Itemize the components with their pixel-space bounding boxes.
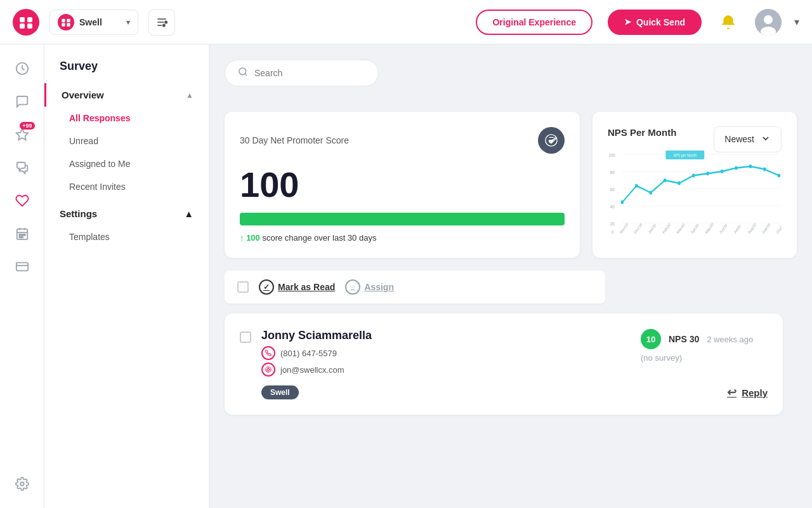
- nps-card-header: 30 Day Net Promoter Score ⇄: [240, 127, 565, 154]
- sort-dropdown[interactable]: Newest: [714, 126, 782, 152]
- svg-point-54: [721, 170, 724, 173]
- respondent-name: Jonny Sciammarella: [261, 329, 631, 342]
- phone-icon: [261, 346, 275, 360]
- sidebar-item-unread[interactable]: Unread: [44, 130, 209, 152]
- quick-send-button[interactable]: ➤ Quick Send: [608, 10, 702, 35]
- mark-as-read-button[interactable]: ✓ Mark as Read: [259, 279, 335, 295]
- action-bar: ✓ Mark as Read ○ Assign: [225, 271, 605, 304]
- svg-text:Jan/20: Jan/20: [648, 223, 657, 235]
- sidebar-overview-header[interactable]: Overview ▲: [44, 83, 209, 107]
- svg-rect-22: [19, 234, 20, 236]
- icon-sidebar: +99: [0, 44, 44, 508]
- filter-button[interactable]: [148, 9, 175, 36]
- svg-rect-7: [67, 23, 70, 26]
- svg-point-50: [664, 178, 667, 182]
- response-card: Jonny Sciammarella (801) 647-5579: [225, 314, 783, 415]
- nps-meta-section: 10 NPS 30 2 weeks ago (no survey): [641, 329, 768, 363]
- left-sidebar: Survey Overview ▲ All Responses Unread A…: [44, 44, 209, 508]
- svg-text:100: 100: [609, 152, 615, 158]
- svg-point-12: [163, 24, 165, 26]
- avatar-chevron-icon[interactable]: ▾: [794, 16, 799, 28]
- svg-point-14: [764, 15, 773, 24]
- svg-rect-25: [19, 237, 20, 238]
- svg-text:Jun/20: Jun/20: [719, 223, 728, 235]
- svg-text:Mar/20: Mar/20: [676, 222, 686, 234]
- nps-score-badge: 10: [641, 329, 661, 349]
- sidebar-item-settings[interactable]: [8, 470, 36, 498]
- star-badge: +99: [20, 122, 34, 130]
- no-survey-text: (no survey): [641, 353, 768, 363]
- svg-text:Sep/20: Sep/20: [762, 222, 771, 234]
- svg-rect-6: [62, 23, 65, 26]
- response-info: Jonny Sciammarella (801) 647-5579: [261, 329, 631, 399]
- org-chevron-icon: ▾: [126, 18, 130, 27]
- email-row: jon@swellcx.com: [261, 363, 631, 377]
- email-icon: [261, 363, 275, 377]
- settings-chevron-icon: ▲: [184, 208, 193, 219]
- sort-label: Newest: [724, 134, 754, 144]
- original-experience-button[interactable]: Original Experience: [476, 10, 593, 35]
- content-wrapper: Newest 30 Day Net Promoter Score: [225, 60, 797, 415]
- select-all-checkbox[interactable]: [237, 281, 249, 293]
- reply-icon: ↩: [727, 385, 737, 399]
- svg-text:Aug/20: Aug/20: [747, 222, 757, 234]
- sidebar-item-recent-invites[interactable]: Recent Invites: [44, 175, 209, 198]
- response-time: 2 weeks ago: [707, 335, 753, 344]
- svg-rect-5: [67, 18, 70, 22]
- main-layout: +99: [0, 44, 812, 508]
- svg-point-29: [20, 482, 24, 486]
- svg-rect-26: [22, 237, 23, 238]
- svg-rect-3: [27, 23, 32, 29]
- search-input[interactable]: [254, 68, 365, 78]
- sidebar-item-assigned-to-me[interactable]: Assigned to Me: [44, 152, 209, 175]
- chart-title: NPS Per Month: [608, 127, 676, 138]
- user-avatar-button[interactable]: [755, 9, 782, 36]
- svg-point-48: [635, 184, 638, 188]
- quick-send-icon: ➤: [624, 17, 631, 27]
- svg-text:60: 60: [610, 187, 615, 192]
- brand-logo: [13, 9, 39, 36]
- email-address: jon@swellcx.com: [280, 365, 344, 375]
- svg-rect-0: [20, 17, 25, 22]
- sidebar-item-heart[interactable]: [8, 187, 36, 215]
- phone-row: (801) 647-5579: [261, 346, 631, 360]
- sidebar-item-chat-multi[interactable]: [8, 154, 36, 182]
- svg-point-57: [763, 168, 766, 171]
- sidebar-item-dollar[interactable]: [8, 253, 36, 281]
- org-selector[interactable]: Swell ▾: [49, 10, 138, 35]
- nps-card-title: 30 Day Net Promoter Score: [240, 135, 349, 145]
- notification-bell-icon[interactable]: [717, 11, 740, 34]
- sidebar-item-messages[interactable]: [8, 88, 36, 116]
- response-checkbox[interactable]: [240, 331, 251, 343]
- svg-rect-27: [16, 263, 27, 271]
- svg-text:Jul/20: Jul/20: [733, 224, 742, 234]
- svg-rect-2: [20, 23, 25, 29]
- svg-text:Dec/19: Dec/19: [633, 222, 643, 234]
- sidebar-item-templates[interactable]: Templates: [44, 225, 209, 248]
- assign-button[interactable]: ○ Assign: [345, 279, 394, 295]
- sidebar-item-calendar[interactable]: [8, 220, 36, 248]
- top-nav: Swell ▾ Original Experience ➤ Quick Send…: [0, 0, 812, 44]
- svg-text:NPS per Month: NPS per Month: [674, 152, 697, 157]
- search-icon: [238, 67, 248, 79]
- svg-text:May/20: May/20: [705, 222, 714, 235]
- reply-button[interactable]: ↩ Reply: [727, 385, 768, 399]
- svg-text:Nov/19: Nov/19: [619, 222, 629, 234]
- sidebar-item-star[interactable]: +99: [8, 121, 36, 149]
- svg-text:80: 80: [610, 170, 615, 175]
- sidebar-settings-header[interactable]: Settings ▲: [44, 198, 209, 225]
- assign-circle-icon: ○: [345, 279, 360, 295]
- svg-point-55: [735, 166, 738, 170]
- nps-score-card: 30 Day Net Promoter Score ⇄ 100 ↑: [225, 112, 580, 258]
- svg-rect-4: [62, 18, 65, 22]
- svg-line-31: [245, 74, 247, 76]
- sidebar-item-all-responses[interactable]: All Responses: [44, 107, 209, 130]
- svg-rect-23: [22, 234, 23, 236]
- svg-point-52: [692, 173, 695, 177]
- checkmark-icon: ✓: [259, 279, 274, 295]
- cards-row: 30 Day Net Promoter Score ⇄ 100 ↑: [225, 112, 797, 258]
- svg-point-56: [749, 164, 752, 168]
- svg-point-11: [165, 21, 167, 23]
- sidebar-item-clock[interactable]: [8, 55, 36, 83]
- org-logo: [58, 14, 74, 30]
